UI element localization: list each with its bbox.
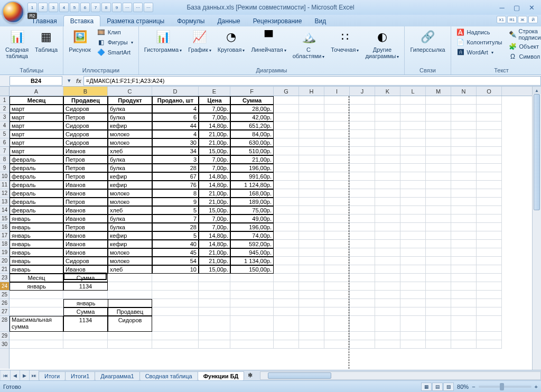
cell-N10[interactable] <box>451 172 477 181</box>
cell-O3[interactable] <box>477 113 502 122</box>
col-header-B[interactable]: B <box>63 87 108 96</box>
cell-L8[interactable] <box>400 155 426 164</box>
cell-M10[interactable] <box>426 172 451 181</box>
ribbon-tab-6[interactable]: Вид <box>308 16 332 26</box>
cell-I1[interactable] <box>324 96 350 105</box>
cell-O26[interactable] <box>477 299 502 307</box>
cell-D6[interactable]: 30 <box>152 138 199 147</box>
cell-O6[interactable] <box>477 138 502 147</box>
table-button[interactable]: ▦ Таблица <box>33 27 60 54</box>
cell-F1[interactable]: Сумма <box>230 96 274 105</box>
col-header-J[interactable]: J <box>350 87 375 96</box>
row-header-24[interactable]: 24 <box>0 282 9 291</box>
cell-O11[interactable] <box>477 181 502 189</box>
cell-C6[interactable]: молоко <box>108 138 152 147</box>
qat-item-6[interactable]: 7 <box>91 3 100 12</box>
row-header-8[interactable]: 8 <box>0 155 9 164</box>
cell-B2[interactable]: Сидоров <box>63 105 108 113</box>
line-chart-button[interactable]: 📈График▾ <box>186 27 213 55</box>
cell-O15[interactable] <box>477 214 502 223</box>
cell-F25[interactable] <box>230 291 274 299</box>
cell-B4[interactable]: Сидоров <box>63 122 108 130</box>
cell-L7[interactable] <box>400 147 426 155</box>
col-header-M[interactable]: M <box>426 87 451 96</box>
row-header-15[interactable]: 15 <box>0 214 9 223</box>
col-header-G[interactable]: G <box>274 87 299 96</box>
cell-H9[interactable] <box>299 164 324 172</box>
row-header-20[interactable]: 20 <box>0 257 9 265</box>
cell-B18[interactable]: Иванов <box>63 240 108 248</box>
cell-J23[interactable] <box>350 274 375 282</box>
cell-L9[interactable] <box>400 164 426 172</box>
cell-H18[interactable] <box>299 240 324 248</box>
cell-O2[interactable] <box>477 105 502 113</box>
cell-A17[interactable]: январь <box>10 231 63 240</box>
cell-B6[interactable]: Сидоров <box>63 138 108 147</box>
cell-K29[interactable] <box>375 332 400 340</box>
col-header-A[interactable]: A <box>10 87 63 96</box>
zoom-thumb[interactable] <box>500 383 504 390</box>
cell-K19[interactable] <box>375 248 400 257</box>
qat-item-9[interactable]: ⋯ <box>123 3 132 12</box>
cell-K23[interactable] <box>375 274 400 282</box>
cell-A4[interactable]: март <box>10 122 63 130</box>
cell-H20[interactable] <box>299 257 324 265</box>
cell-O7[interactable] <box>477 147 502 155</box>
cell-I4[interactable] <box>324 122 350 130</box>
cell-E28[interactable] <box>199 316 230 332</box>
cell-M20[interactable] <box>426 257 451 265</box>
cell-E12[interactable]: 21,00р. <box>199 189 230 198</box>
cell-M26[interactable] <box>426 299 451 307</box>
cell-K15[interactable] <box>375 214 400 223</box>
cell-F19[interactable]: 945,00р. <box>230 248 274 257</box>
cell-H10[interactable] <box>299 172 324 181</box>
cell-K26[interactable] <box>375 299 400 307</box>
cell-G13[interactable] <box>274 198 299 206</box>
cell-K24[interactable] <box>375 282 400 291</box>
cell-F24[interactable] <box>230 282 274 291</box>
row-header-16[interactable]: 16 <box>0 223 9 231</box>
cell-O29[interactable] <box>477 332 502 340</box>
cell-G19[interactable] <box>274 248 299 257</box>
cell-B9[interactable]: Петров <box>63 164 108 172</box>
cell-M16[interactable] <box>426 223 451 231</box>
grid-body[interactable]: МесяцПродавецПродуктПродано, штЦенаСумма… <box>10 96 541 349</box>
cell-G3[interactable] <box>274 113 299 122</box>
cell-G23[interactable] <box>274 274 299 282</box>
select-all-corner[interactable] <box>0 87 9 96</box>
cell-L10[interactable] <box>400 172 426 181</box>
cell-D12[interactable]: 8 <box>152 189 199 198</box>
cell-C14[interactable]: хлеб <box>108 206 152 214</box>
cell-I9[interactable] <box>324 164 350 172</box>
cell-O19[interactable] <box>477 248 502 257</box>
cell-J20[interactable] <box>350 257 375 265</box>
cell-H15[interactable] <box>299 214 324 223</box>
cell-G18[interactable] <box>274 240 299 248</box>
ribbon-tab-2[interactable]: Разметка страницы <box>100 16 171 26</box>
cell-K14[interactable] <box>375 206 400 214</box>
cell-C29[interactable] <box>108 332 152 340</box>
cell-M15[interactable] <box>426 214 451 223</box>
cell-E8[interactable]: 7,00р. <box>199 155 230 164</box>
cell-G11[interactable] <box>274 181 299 189</box>
cell-J2[interactable] <box>350 105 375 113</box>
cell-F6[interactable]: 630,00р. <box>230 138 274 147</box>
cell-M3[interactable] <box>426 113 451 122</box>
cell-C25[interactable] <box>108 291 152 299</box>
cell-H28[interactable] <box>299 316 324 332</box>
cell-D26[interactable] <box>152 299 199 307</box>
cell-H25[interactable] <box>299 291 324 299</box>
cell-L6[interactable] <box>400 138 426 147</box>
cell-C15[interactable]: булка <box>108 214 152 223</box>
cell-C23[interactable] <box>108 274 152 282</box>
cell-B11[interactable]: Иванов <box>63 181 108 189</box>
cell-I6[interactable] <box>324 138 350 147</box>
cell-E17[interactable]: 14,80р. <box>199 231 230 240</box>
qat-item-5[interactable]: 6 <box>80 3 90 12</box>
cell-G12[interactable] <box>274 189 299 198</box>
cell-N4[interactable] <box>451 122 477 130</box>
cell-A8[interactable]: февраль <box>10 155 63 164</box>
cell-H19[interactable] <box>299 248 324 257</box>
cell-C12[interactable]: молоко <box>108 189 152 198</box>
row-header-23[interactable]: 23 <box>0 274 9 282</box>
